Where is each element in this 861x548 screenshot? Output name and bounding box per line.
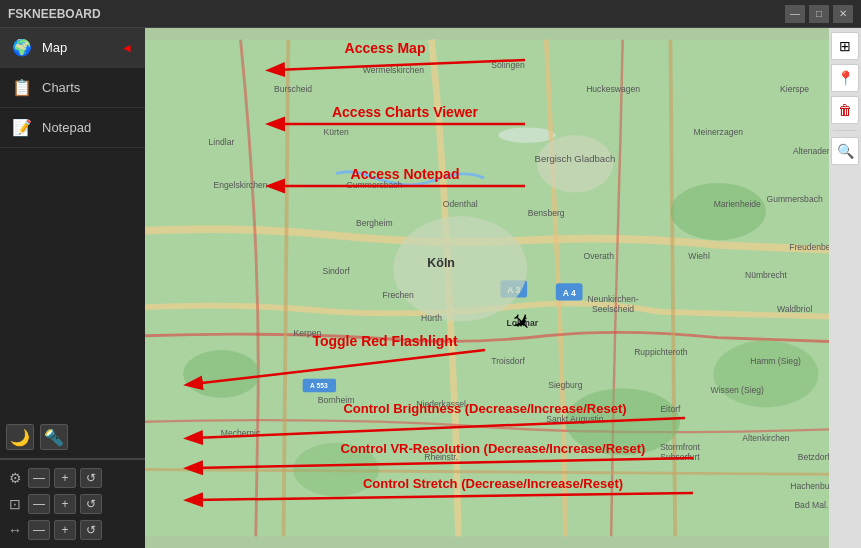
svg-text:Waldbriol: Waldbriol	[777, 304, 813, 314]
main-layout: 🌍 Map ◄ 📋 Charts 📝 Notepad 🌙 🔦	[0, 28, 861, 548]
svg-text:Eitorf: Eitorf	[660, 404, 681, 414]
sidebar-item-charts[interactable]: 📋 Charts	[0, 68, 145, 108]
notepad-icon: 📝	[12, 118, 32, 137]
vr-resolution-icon: ⊡	[6, 496, 24, 512]
svg-text:Hamm (Sieg): Hamm (Sieg)	[750, 356, 801, 366]
svg-text:A 4: A 4	[563, 288, 576, 298]
svg-text:Solingen: Solingen	[491, 60, 525, 70]
svg-point-12	[713, 341, 818, 408]
vr-resolution-increase-button[interactable]: +	[54, 494, 76, 514]
svg-text:Bensberg: Bensberg	[528, 208, 565, 218]
maximize-button[interactable]: □	[809, 5, 829, 23]
svg-text:StormfrontSubserfurt: StormfrontSubserfurt	[660, 442, 701, 462]
stretch-reset-button[interactable]: ↺	[80, 520, 102, 540]
svg-text:Hachenburg: Hachenburg	[790, 481, 829, 491]
svg-text:Kerpen: Kerpen	[294, 328, 322, 338]
svg-text:Bergisch Gladbach: Bergisch Gladbach	[535, 153, 616, 164]
map-icon: 🌍	[12, 38, 32, 57]
sidebar: 🌍 Map ◄ 📋 Charts 📝 Notepad 🌙 🔦	[0, 28, 145, 548]
sidebar-bottom: ⚙ — + ↺ ⊡ — + ↺ ↔ — + ↺	[0, 459, 145, 548]
svg-text:Kierspe: Kierspe	[780, 84, 809, 94]
svg-point-9	[670, 183, 766, 240]
svg-text:Bad Mal...: Bad Mal...	[794, 500, 829, 510]
sidebar-item-map-label: Map	[42, 40, 67, 55]
title-bar: FSKNEEBOARD — □ ✕	[0, 0, 861, 28]
pin-button[interactable]: 📍	[831, 64, 859, 92]
svg-text:Sindorf: Sindorf	[322, 266, 350, 276]
svg-text:Marienheide: Marienheide	[714, 199, 761, 209]
svg-text:Kürten: Kürten	[323, 127, 349, 137]
map-svg: A 4 A 3 A 553	[145, 28, 829, 548]
vr-resolution-control-row: ⊡ — + ↺	[6, 494, 139, 514]
svg-text:Bergheim: Bergheim	[356, 218, 393, 228]
svg-text:Betzdorf: Betzdorf	[798, 452, 829, 462]
right-toolbar: ⊞ 📍 🗑 🔍	[829, 28, 861, 548]
vr-resolution-decrease-button[interactable]: —	[28, 494, 50, 514]
title-bar-controls: — □ ✕	[785, 5, 853, 23]
brightness-reset-button[interactable]: ↺	[80, 468, 102, 488]
map-area[interactable]: A 4 A 3 A 553	[145, 28, 829, 548]
svg-text:Engelskirchen: Engelskirchen	[214, 180, 268, 190]
svg-text:Wiehl: Wiehl	[688, 251, 710, 261]
svg-text:Neunkirchen-Seelscheid: Neunkirchen-Seelscheid	[588, 294, 639, 314]
close-button[interactable]: ✕	[833, 5, 853, 23]
svg-text:Siegburg: Siegburg	[548, 380, 583, 390]
brightness-control-row: ⚙ — + ↺	[6, 468, 139, 488]
svg-text:Overath: Overath	[584, 251, 615, 261]
brightness-icon: ⚙	[6, 470, 24, 486]
svg-text:Niederkassel: Niederkassel	[416, 399, 466, 409]
arrow-indicator: ◄	[121, 41, 133, 55]
svg-text:A 553: A 553	[310, 382, 328, 389]
sidebar-item-notepad[interactable]: 📝 Notepad	[0, 108, 145, 148]
stretch-icon: ↔	[6, 522, 24, 538]
svg-text:Meinerzagen: Meinerzagen	[693, 127, 743, 137]
svg-text:Wermelskirchen: Wermelskirchen	[363, 65, 425, 75]
svg-text:Freudenberg: Freudenberg	[789, 242, 829, 252]
svg-text:Gummersbach: Gummersbach	[346, 180, 402, 190]
svg-text:Odenthal: Odenthal	[443, 199, 478, 209]
svg-text:Burscheid: Burscheid	[274, 84, 312, 94]
svg-point-1	[498, 128, 555, 143]
svg-text:Rheinstr.: Rheinstr.	[424, 452, 458, 462]
search-button[interactable]: 🔍	[831, 137, 859, 165]
app-title: FSKNEEBOARD	[8, 7, 101, 21]
flashlight-row: 🌙 🔦	[0, 416, 145, 459]
svg-text:Wissen (Sieg): Wissen (Sieg)	[711, 385, 765, 395]
sidebar-item-map[interactable]: 🌍 Map ◄	[0, 28, 145, 68]
svg-point-8	[183, 350, 259, 398]
svg-text:Gummersbach: Gummersbach	[766, 194, 822, 204]
sidebar-nav: 🌍 Map ◄ 📋 Charts 📝 Notepad	[0, 28, 145, 416]
minimize-button[interactable]: —	[785, 5, 805, 23]
app-container: FSKNEEBOARD — □ ✕ 🌍 Map ◄ 📋 Charts	[0, 0, 861, 548]
svg-text:Nümbrecht: Nümbrecht	[745, 270, 788, 280]
sidebar-item-charts-label: Charts	[42, 80, 80, 95]
brightness-decrease-button[interactable]: —	[28, 468, 50, 488]
svg-text:Troisdorf: Troisdorf	[491, 356, 525, 366]
brightness-increase-button[interactable]: +	[54, 468, 76, 488]
charts-icon: 📋	[12, 78, 32, 97]
vr-resolution-reset-button[interactable]: ↺	[80, 494, 102, 514]
toolbar-separator	[833, 130, 857, 131]
flashlight-toggle-button2[interactable]: 🔦	[40, 424, 68, 450]
layers-button[interactable]: ⊞	[831, 32, 859, 60]
svg-text:Sankt Augustin: Sankt Augustin	[546, 414, 603, 424]
flashlight-toggle-button[interactable]: 🌙	[6, 424, 34, 450]
svg-point-13	[393, 216, 527, 321]
svg-point-11	[293, 443, 379, 496]
map-background: A 4 A 3 A 553	[145, 28, 829, 548]
svg-text:Mechernic: Mechernic	[221, 428, 261, 438]
sidebar-item-notepad-label: Notepad	[42, 120, 91, 135]
svg-text:Altenadern: Altenadern	[793, 146, 829, 156]
svg-text:Lindlar: Lindlar	[209, 137, 235, 147]
svg-text:Ruppichteroth: Ruppichteroth	[634, 347, 688, 357]
stretch-increase-button[interactable]: +	[54, 520, 76, 540]
svg-text:Hürth: Hürth	[421, 313, 442, 323]
svg-text:Bornheim: Bornheim	[318, 395, 355, 405]
stretch-decrease-button[interactable]: —	[28, 520, 50, 540]
svg-text:Frechen: Frechen	[382, 290, 414, 300]
svg-text:Huckeswagen: Huckeswagen	[586, 84, 640, 94]
delete-button[interactable]: 🗑	[831, 96, 859, 124]
stretch-control-row: ↔ — + ↺	[6, 520, 139, 540]
svg-text:Köln: Köln	[427, 256, 455, 270]
title-bar-left: FSKNEEBOARD	[8, 7, 101, 21]
